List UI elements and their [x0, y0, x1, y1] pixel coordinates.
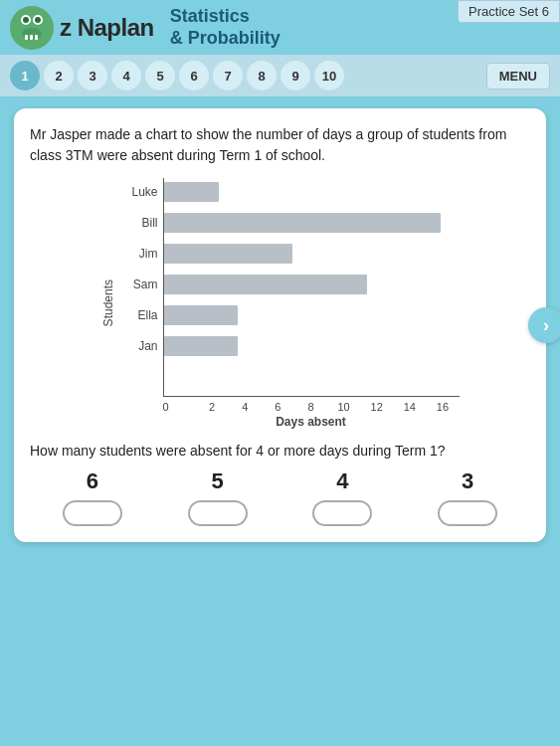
x-tick-label: 2	[196, 401, 229, 413]
logo-area: z Naplan	[10, 6, 154, 50]
x-tick-label: 10	[327, 401, 360, 413]
x-axis-label: Days absent	[163, 415, 460, 429]
bar-fill	[164, 336, 238, 356]
svg-point-4	[35, 17, 41, 23]
next-arrow-button[interactable]: ›	[528, 307, 560, 343]
practice-set-badge: Practice Set 6	[458, 0, 560, 23]
bar-fill	[164, 213, 441, 233]
bar-fill	[164, 182, 220, 202]
answer-select-button[interactable]	[438, 500, 497, 526]
x-tick-label: 4	[229, 401, 262, 413]
question-btn-1[interactable]: 1	[10, 61, 40, 91]
bar-label: Sam	[120, 278, 158, 291]
croc-icon	[10, 6, 54, 50]
bar-fill	[164, 305, 238, 325]
question-card: Mr Jasper made a chart to show the numbe…	[14, 108, 546, 542]
question-btn-4[interactable]: 4	[111, 61, 141, 91]
x-tick-label: 12	[360, 401, 393, 413]
svg-point-2	[23, 17, 29, 23]
x-tick-label: 14	[393, 401, 426, 413]
answer-option: 5	[188, 468, 248, 526]
bar-label: Luke	[120, 185, 158, 199]
answer-select-button[interactable]	[312, 500, 372, 526]
header-subtitle: Statistics & Probability	[170, 6, 280, 49]
svg-rect-8	[35, 35, 38, 40]
question-btn-3[interactable]: 3	[78, 61, 107, 91]
question-btn-6[interactable]: 6	[179, 61, 209, 91]
question-btn-2[interactable]: 2	[44, 61, 74, 91]
header: z Naplan Statistics & Probability Practi…	[0, 0, 560, 55]
x-tick-label: 0	[163, 401, 196, 413]
answer-value: 5	[212, 468, 224, 494]
question-btn-8[interactable]: 8	[247, 61, 277, 91]
chart-container: Students LukeBillJimSamEllaJan 024681012…	[101, 178, 460, 429]
y-axis-label: Students	[101, 280, 119, 326]
bar-row: Ella	[164, 301, 460, 329]
answer-option: 3	[438, 468, 497, 526]
svg-rect-6	[25, 35, 28, 40]
subtitle-line2: & Probability	[170, 28, 280, 50]
bar-row: Bill	[164, 209, 460, 237]
menu-button[interactable]: MENU	[486, 63, 550, 90]
answer-question: How many students were absent for 4 or m…	[30, 443, 530, 459]
answer-option: 4	[312, 468, 372, 526]
bar-row: Jim	[164, 240, 460, 268]
bar-label: Jim	[120, 247, 158, 261]
question-btn-7[interactable]: 7	[213, 61, 243, 91]
x-tick-label: 8	[294, 401, 327, 413]
svg-rect-7	[30, 35, 33, 40]
answer-options: 6543	[30, 468, 530, 526]
app-title: z Naplan	[60, 14, 154, 42]
bar-label: Bill	[120, 216, 158, 230]
bar-row: Luke	[164, 178, 460, 206]
bar-row: Sam	[164, 271, 460, 298]
bar-fill	[164, 275, 367, 294]
x-tick-label: 16	[426, 401, 459, 413]
answer-option: 6	[63, 468, 122, 526]
bar-label: Jan	[120, 339, 158, 353]
x-tick-label: 6	[262, 401, 294, 413]
bar-fill	[164, 244, 293, 264]
chart-grid: LukeBillJimSamEllaJan	[163, 178, 460, 397]
question-btn-10[interactable]: 10	[314, 61, 344, 91]
answer-value: 4	[336, 468, 348, 494]
question-btn-5[interactable]: 5	[145, 61, 175, 91]
answer-value: 3	[462, 468, 473, 494]
bar-row: Jan	[164, 332, 460, 360]
answer-select-button[interactable]	[63, 500, 122, 526]
question-text: Mr Jasper made a chart to show the numbe…	[30, 124, 530, 166]
answer-select-button[interactable]	[188, 500, 248, 526]
subtitle-line1: Statistics	[170, 6, 280, 28]
bar-label: Ella	[120, 308, 158, 322]
answer-value: 6	[87, 468, 98, 494]
chart-inner: LukeBillJimSamEllaJan 0246810121416 Days…	[123, 178, 460, 429]
x-axis: 0246810121416	[163, 397, 460, 413]
question-nav-bar: 1 2 3 4 5 6 7 8 9 10 MENU	[0, 55, 560, 96]
question-btn-9[interactable]: 9	[280, 61, 310, 91]
